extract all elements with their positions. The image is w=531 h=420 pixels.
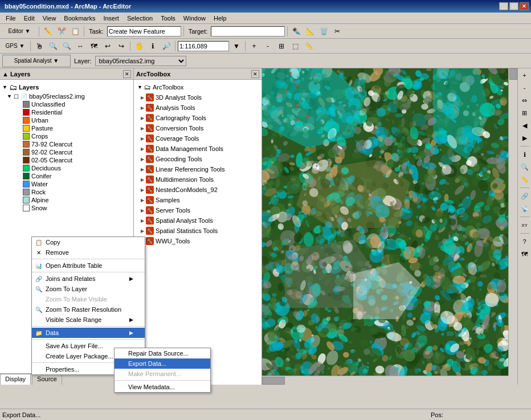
pan-btn[interactable]: 🖐 [133, 40, 145, 52]
toolbox-item-datamgmt[interactable]: ▶ 🔧 Data Management Tools [136, 144, 259, 154]
list-item[interactable]: 02-05 Clearcut [16, 156, 131, 164]
toolbox-root[interactable]: ▼ 🗂 ArcToolbox [136, 82, 259, 92]
toc-layers-root[interactable]: ▼ 🗂 Layers [2, 82, 131, 92]
menu-tools[interactable]: Tools [157, 14, 179, 23]
toolbox-item-coverage[interactable]: ▶ 🔧 Coverage Tools [136, 133, 259, 144]
map-scrollbar-v[interactable] [508, 68, 517, 376]
list-item[interactable]: Alpine [16, 196, 131, 204]
toolbox-item-cartography[interactable]: ▶ 🔧 Cartography Tools [136, 113, 259, 123]
sketch-btn[interactable]: ✒️ [290, 25, 303, 38]
close-button[interactable]: ✕ [520, 2, 529, 10]
scale-dropdown[interactable]: ▼ [230, 40, 243, 52]
toolbox-item-nested[interactable]: ▶ 🔧 NestedConModels_92 [136, 185, 259, 195]
list-item[interactable]: Urban [16, 116, 131, 124]
scale-input[interactable] [178, 41, 229, 51]
list-item[interactable]: Deciduous [16, 164, 131, 172]
layer-select[interactable]: bbay05reclass2.img [95, 56, 186, 66]
list-item[interactable]: Residential [16, 108, 131, 116]
tab-display[interactable]: Display [0, 374, 31, 385]
menu-selection[interactable]: Selection [124, 14, 156, 23]
hyperlink-btn[interactable]: 🔗 [519, 190, 530, 202]
nav-btn-1[interactable]: 🖱 [33, 40, 46, 52]
pan-right[interactable]: ⇔ [519, 95, 530, 106]
select-btn[interactable]: ⬚ [289, 40, 301, 52]
nav-btn-3[interactable]: 🔍 [60, 40, 73, 52]
full-extent-right[interactable]: ⊞ [519, 107, 530, 119]
menu-help[interactable]: Help [210, 14, 230, 23]
list-item[interactable]: Water [16, 180, 131, 188]
layers-expand-icon[interactable]: ▼ [2, 84, 7, 90]
target-input[interactable] [211, 26, 285, 36]
overview-btn[interactable]: 🗺 [519, 248, 530, 260]
query-btn[interactable]: ? [519, 236, 530, 247]
back-extent[interactable]: ◀ [519, 120, 530, 131]
extent-btn[interactable]: ⊞ [275, 40, 288, 52]
toolbox-close-btn[interactable]: ✕ [251, 70, 259, 78]
zoom-out-right[interactable]: - [519, 82, 530, 93]
ctx-visible-scale[interactable]: Visible Scale Range ▶ [32, 315, 145, 325]
menu-edit[interactable]: Edit [21, 14, 38, 23]
toc-scroll-up[interactable]: ▲ [2, 71, 9, 78]
ctx-export[interactable]: Export Data... [115, 358, 210, 369]
tab-source[interactable]: Source [32, 374, 62, 385]
xy-btn[interactable]: XY [519, 219, 530, 231]
list-item[interactable]: 73-92 Clearcut [16, 140, 131, 148]
ctx-data[interactable]: 📁 Data ▶ [32, 328, 145, 338]
sa-dropdown-btn[interactable]: Spatial Analyst ▼ [2, 55, 71, 67]
toolbox-item-spatial-stats[interactable]: ▶ 🔧 Spatial Statistics Tools [136, 226, 259, 236]
ctx-repair[interactable]: Repair Data Source... [115, 348, 210, 358]
toolbox-item-multi[interactable]: ▶ 🔧 Multidimension Tools [136, 174, 259, 185]
ctx-remove[interactable]: ✕ Remove [32, 247, 145, 258]
menu-bookmarks[interactable]: Bookmarks [60, 14, 99, 23]
ctx-view-metadata[interactable]: View Metadata... [115, 382, 210, 392]
measure-right[interactable]: 📏 [519, 174, 530, 185]
menu-window[interactable]: Window [180, 14, 209, 23]
ctx-joins[interactable]: 🔗 Joins and Relates ▶ [32, 274, 145, 284]
nav-btn-4[interactable]: ↔ [74, 40, 87, 52]
list-item[interactable]: Pasture [16, 124, 131, 132]
toolbox-item-linear[interactable]: ▶ 🔧 Linear Referencing Tools [136, 164, 259, 174]
list-item[interactable]: Unclassified [16, 100, 131, 108]
map-canvas[interactable] [262, 68, 508, 376]
zoom-out-btn[interactable]: - [262, 40, 274, 52]
toolbox-item-3d[interactable]: ▶ 🔧 3D Analyst Tools [136, 92, 259, 103]
ctx-make-perm[interactable]: Make Permanent... [115, 369, 210, 379]
measure-btn[interactable]: 📏 [303, 40, 315, 52]
list-item[interactable]: Snow [16, 204, 131, 212]
gps-btn-r[interactable]: 📡 [519, 203, 530, 214]
minimize-button[interactable]: _ [499, 2, 508, 10]
nav-btn-6[interactable]: ↩ [101, 40, 114, 52]
maximize-button[interactable]: □ [509, 2, 518, 10]
list-item[interactable]: 92-02 Clearcut [16, 148, 131, 156]
toolbar-btn-3[interactable]: 📋 [69, 25, 81, 38]
ctx-zoom-layer[interactable]: 🔍 Zoom To Layer [32, 284, 145, 294]
zoom-in-right[interactable]: + [519, 70, 530, 81]
find-btn[interactable]: 🔎 [160, 40, 173, 52]
map-panel[interactable] [262, 68, 517, 385]
zoom-in-btn[interactable]: + [248, 40, 260, 52]
split-btn[interactable]: ✂ [331, 25, 344, 38]
ctx-zoom-visible[interactable]: Zoom To Make Visible [32, 294, 145, 304]
list-item[interactable]: Conifer [16, 172, 131, 180]
task-input[interactable] [107, 26, 181, 36]
map-scrollbar-h[interactable] [262, 376, 508, 385]
main-layer-expand[interactable]: ▼ [7, 93, 12, 99]
main-layer-checkbox[interactable]: ☐ [14, 93, 19, 100]
menu-file[interactable]: File [2, 14, 19, 23]
delete-btn[interactable]: 🗑️ [317, 25, 330, 38]
nav-btn-2[interactable]: 🔍 [47, 40, 59, 52]
list-item[interactable]: Crops [16, 132, 131, 140]
toolbox-item-samples[interactable]: ▶ 🔧 Samples [136, 195, 259, 205]
toolbox-item-conversion[interactable]: ▶ 🔧 Conversion Tools [136, 123, 259, 133]
toolbox-item-geocoding[interactable]: ▶ 🔧 Geocoding Tools [136, 154, 259, 164]
menu-insert[interactable]: Insert [100, 14, 122, 23]
find-right[interactable]: 🔍 [519, 161, 530, 173]
ctx-open-attr[interactable]: 📊 Open Attribute Table [32, 260, 145, 271]
scrollbar-v-thumb[interactable] [509, 68, 517, 80]
identify-right[interactable]: ℹ [519, 149, 530, 160]
main-layer-item[interactable]: ▼ ☐ 📄 bbay05reclass2.img [7, 92, 131, 100]
fwd-extent[interactable]: ▶ [519, 132, 530, 144]
nav-btn-7[interactable]: ↪ [115, 40, 128, 52]
scrollbar-h-thumb[interactable] [262, 377, 285, 385]
toolbar-btn-2[interactable]: ✂️ [55, 25, 68, 38]
